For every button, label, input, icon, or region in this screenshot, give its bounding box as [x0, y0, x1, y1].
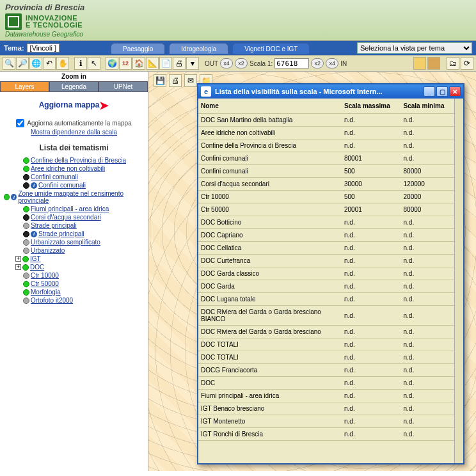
- tree-node[interactable]: Urbanizzato semplificato: [4, 238, 144, 246]
- map-print-icon[interactable]: 🖨: [169, 74, 182, 87]
- close-button[interactable]: ✕: [449, 86, 461, 97]
- layer-label[interactable]: Confini comunali: [31, 173, 78, 180]
- minimize-button[interactable]: _: [424, 86, 435, 97]
- refresh-icon[interactable]: ⟳: [461, 57, 473, 70]
- popup-title: Lista della visibilità sulla scala - Mic…: [215, 88, 420, 95]
- table-row: DOC Botticinon.d.n.d.: [198, 216, 454, 229]
- tree-node[interactable]: Confini comunali: [4, 173, 144, 181]
- in-x2-button[interactable]: x2: [311, 58, 324, 68]
- zoom-extent-icon[interactable]: 🌐: [29, 57, 42, 70]
- tree-node[interactable]: Ortofoto it2000: [4, 296, 144, 305]
- tab-paesaggio[interactable]: Paesaggio: [111, 43, 165, 54]
- tree-node[interactable]: Urbanizzato: [4, 246, 144, 255]
- tree-node[interactable]: iConfini comunali: [4, 181, 144, 189]
- main-toolbar: 🔍 🔎 🌐 ↶ ✋ ℹ ↖ 🌍 12 🏠 📐 📄 🖨 ▾ OUT x4 x2 S…: [0, 55, 476, 72]
- expand-icon[interactable]: +: [15, 264, 21, 270]
- zoom-prev-icon[interactable]: ↶: [43, 57, 56, 70]
- tree-node[interactable]: Confine della Provincia di Brescia: [4, 156, 144, 164]
- info-icon[interactable]: i: [31, 231, 37, 237]
- in-x4-button[interactable]: x4: [326, 58, 338, 68]
- tab-idrogeologia[interactable]: Idrogeologia: [169, 43, 228, 54]
- maximize-button[interactable]: ▢: [436, 86, 448, 97]
- tree-node[interactable]: Morfologia: [4, 288, 144, 296]
- print-icon[interactable]: 🖨: [173, 57, 186, 70]
- auto-refresh-checkbox[interactable]: [16, 119, 24, 127]
- palette2-icon[interactable]: [427, 57, 440, 70]
- col-scala-max: Scala massima: [342, 99, 401, 114]
- layer-label[interactable]: Urbanizzato: [31, 247, 65, 254]
- chevron-down-icon[interactable]: ▾: [186, 57, 199, 70]
- layer-label[interactable]: Fiumi principali - area idrica: [31, 205, 109, 212]
- layer-label[interactable]: Ctr 50000: [31, 280, 59, 287]
- table-row: IGT Ronchi di Brescian.d.n.d.: [198, 428, 454, 441]
- map-mail-icon[interactable]: ✉: [184, 74, 197, 87]
- tree-node[interactable]: Fiumi principali - area idrica: [4, 205, 144, 213]
- tree-node[interactable]: Ctr 10000: [4, 271, 144, 280]
- pan-icon[interactable]: ✋: [56, 57, 69, 70]
- theme-tabs: Paesaggio Idrogeologia Vigneti DOC e IGT: [111, 43, 310, 54]
- palette1-icon[interactable]: [413, 57, 426, 70]
- layer-label[interactable]: Confini comunali: [38, 182, 86, 189]
- cursor-icon[interactable]: ↖: [88, 57, 100, 70]
- out-x2-button[interactable]: x2: [235, 58, 248, 68]
- popup-body[interactable]: Nome Scala massima Scala minima DOC San …: [198, 99, 454, 463]
- left-tab-legenda[interactable]: Legenda: [49, 81, 99, 92]
- table-row: DOCG Franciacortan.d.n.d.: [198, 364, 454, 377]
- popup-titlebar[interactable]: e Lista della visibilità sulla scala - M…: [198, 84, 463, 99]
- info-icon[interactable]: i: [31, 182, 37, 189]
- tree-node[interactable]: Strade principali: [4, 221, 144, 230]
- aggiorna-button[interactable]: Aggiorna mappa➤: [39, 99, 109, 113]
- tree-node[interactable]: Ctr 50000: [4, 280, 144, 288]
- layer-label[interactable]: DOC: [30, 264, 44, 271]
- expand-icon[interactable]: +: [15, 256, 21, 262]
- layer-label[interactable]: Morfologia: [31, 289, 61, 296]
- tree-node[interactable]: +DOC: [4, 263, 144, 271]
- left-tab-layers[interactable]: Layers: [0, 81, 49, 92]
- globe-icon[interactable]: 🌍: [106, 57, 118, 70]
- layer-dot-icon: [4, 194, 10, 200]
- layer-label[interactable]: Aree idriche non coltivabili: [31, 165, 105, 172]
- tree-node[interactable]: Corsi d\'acqua secondari: [4, 213, 144, 221]
- out-x4-button[interactable]: x4: [220, 58, 233, 68]
- left-panel: Zoom in Layers Legenda UPNet Aggiorna ma…: [0, 72, 148, 471]
- tree-node[interactable]: +IGT: [4, 255, 144, 263]
- zoom-out-icon[interactable]: 🔎: [16, 57, 29, 70]
- deps-link[interactable]: Mostra dipendenze dalla scala: [31, 129, 117, 136]
- home-icon[interactable]: 🏠: [132, 57, 145, 70]
- layer-dot-icon: [23, 298, 29, 304]
- layer-label[interactable]: Strade principali: [38, 230, 84, 237]
- table-row: DOC Riviera del Garda o Garda brescianon…: [198, 326, 454, 338]
- tree-node[interactable]: iStrade principali: [4, 230, 144, 238]
- layer-label[interactable]: Urbanizzato semplificato: [31, 239, 100, 246]
- scale-input[interactable]: [274, 58, 309, 68]
- layer-label[interactable]: IGT: [30, 255, 41, 262]
- popup-scrollbar[interactable]: [454, 99, 463, 463]
- table-row: Ctr 500002000180000: [198, 203, 454, 216]
- table-row: Aree idriche non coltivabilin.d.n.d.: [198, 127, 454, 139]
- scale-table: Nome Scala massima Scala minima DOC San …: [198, 99, 454, 441]
- n12-icon[interactable]: 12: [119, 57, 132, 70]
- layer-dot-icon: [23, 182, 29, 189]
- layer-label[interactable]: Confine della Provincia di Brescia: [31, 157, 126, 164]
- table-row: DOCn.d.n.d.: [198, 377, 454, 390]
- map-save-icon[interactable]: 💾: [154, 74, 166, 87]
- layer-label[interactable]: Strade principali: [31, 222, 77, 229]
- layer-label[interactable]: Corsi d\'acqua secondari: [31, 214, 101, 221]
- pdf-icon[interactable]: 📄: [159, 57, 172, 70]
- layers-icon[interactable]: 🗂: [447, 57, 459, 70]
- tree-node[interactable]: iZone umide mappate nel censimento provi…: [4, 189, 144, 205]
- layer-label[interactable]: Zone umide mappate nel censimento provin…: [18, 190, 144, 204]
- identify-icon[interactable]: ℹ: [74, 57, 87, 70]
- vista-select[interactable]: Seleziona la vista per tema: [357, 42, 472, 54]
- layer-label[interactable]: Ctr 10000: [31, 272, 59, 279]
- ruler-icon[interactable]: 📐: [146, 57, 159, 70]
- info-icon[interactable]: i: [11, 194, 17, 200]
- tab-vigneti[interactable]: Vigneti DOC e IGT: [232, 43, 310, 54]
- layer-label[interactable]: Ortofoto it2000: [31, 297, 73, 304]
- layer-dot-icon: [23, 289, 29, 296]
- left-tab-upnet[interactable]: UPNet: [99, 81, 148, 92]
- zoom-in-icon[interactable]: 🔍: [3, 57, 15, 70]
- tree-node[interactable]: Aree idriche non coltivabili: [4, 164, 144, 173]
- layer-dot-icon: [23, 206, 29, 212]
- layer-dot-icon: [22, 264, 29, 271]
